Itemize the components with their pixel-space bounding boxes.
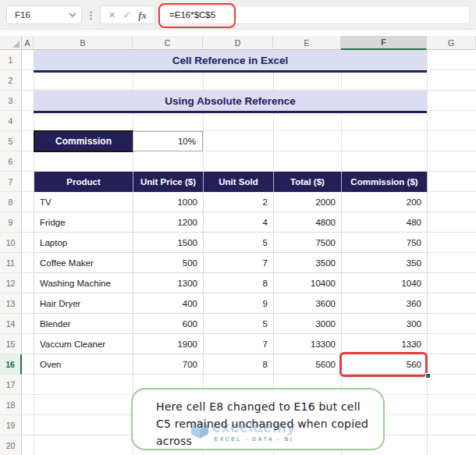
table-cell[interactable]: 4	[204, 212, 274, 233]
table-cell[interactable]: 10400	[274, 273, 342, 293]
formula-input[interactable]: =E16*$C$5	[158, 5, 470, 24]
table-cell[interactable]: 750	[342, 233, 428, 253]
table-header-cell[interactable]: Unit Price ($)	[133, 172, 204, 192]
row-header-18[interactable]: 18	[0, 395, 22, 415]
table-cell[interactable]: 1300	[133, 273, 204, 293]
table-cell[interactable]: 500	[133, 253, 204, 273]
table-header-cell[interactable]: Commission ($)	[342, 172, 428, 192]
table-cell[interactable]: 1500	[133, 233, 204, 253]
table-cell[interactable]: 5	[204, 233, 274, 253]
table-cell[interactable]: 1040	[342, 273, 428, 293]
table-cell-product[interactable]: Hair Dryer	[34, 293, 133, 314]
table-cell[interactable]: 350	[342, 253, 428, 273]
table-cell[interactable]: 360	[342, 293, 428, 314]
data-table: ProductUnit Price ($)Unit SoldTotal ($)C…	[34, 172, 427, 375]
table-header-cell[interactable]: Product	[34, 172, 133, 192]
table-cell[interactable]: 480	[342, 212, 428, 233]
table-cell[interactable]: 200	[342, 192, 428, 212]
table-cell-product[interactable]: Coffee Maker	[34, 253, 133, 273]
row-header-20[interactable]: 20	[0, 435, 22, 455]
table-cell-product[interactable]: TV	[34, 192, 133, 212]
row-header-3[interactable]: 3	[0, 91, 22, 111]
column-header-e[interactable]: E	[273, 36, 341, 50]
row-header-1[interactable]: 1	[0, 50, 22, 70]
row-header-12[interactable]: 12	[0, 273, 22, 293]
name-box[interactable]: F16	[6, 5, 82, 24]
row-header-9[interactable]: 9	[0, 212, 22, 233]
column-header-row: ABCDEFG	[22, 36, 476, 50]
row-header-14[interactable]: 14	[0, 314, 22, 334]
cell-commission-value[interactable]: 10%	[133, 131, 203, 151]
table-cell[interactable]: 3000	[274, 314, 342, 334]
table-cell[interactable]: 1000	[133, 192, 204, 212]
table-cell[interactable]: 7	[204, 253, 274, 273]
select-all-button[interactable]	[0, 36, 22, 50]
column-header-g[interactable]: G	[427, 36, 476, 50]
callout-note: exceldemy EXCEL - DATA - BI Here cell E8…	[131, 388, 385, 450]
row-header-7[interactable]: 7	[0, 172, 22, 192]
row-header-16[interactable]: 16	[0, 354, 22, 375]
table-cell[interactable]: 8	[204, 354, 274, 375]
table-cell[interactable]: 3500	[274, 253, 342, 273]
table-cell[interactable]: 600	[133, 314, 204, 334]
table-cell[interactable]: 1200	[133, 212, 204, 233]
row-header-6[interactable]: 6	[0, 151, 22, 172]
formula-bar-buttons: ✕ ✓ fx	[100, 5, 155, 24]
row-header-5[interactable]: 5	[0, 131, 22, 151]
table-cell[interactable]: 5	[204, 314, 274, 334]
column-header-d[interactable]: D	[203, 36, 273, 50]
cell-title-main[interactable]: Cell Reference in Excel	[34, 50, 427, 73]
table-cell-product[interactable]: Oven	[34, 354, 133, 375]
table-cell[interactable]: 7	[204, 334, 274, 354]
row-header-17[interactable]: 17	[0, 375, 22, 395]
column-header-b[interactable]: B	[34, 36, 133, 50]
table-cell[interactable]: 7500	[274, 233, 342, 253]
table-cell-product[interactable]: Vaccum Cleaner	[34, 334, 133, 354]
table-cell[interactable]: 13300	[274, 334, 342, 354]
name-box-value: F16	[15, 10, 69, 20]
insert-function-icon[interactable]: fx	[138, 10, 147, 20]
table-cell[interactable]: 300	[342, 314, 428, 334]
cell-title-section[interactable]: Using Absolute Reference	[34, 91, 427, 113]
formula-bar-separator-icon: ⋮	[86, 5, 96, 24]
row-header-8[interactable]: 8	[0, 192, 22, 212]
table-cell[interactable]: 1900	[133, 334, 204, 354]
table-cell[interactable]: 9	[204, 293, 274, 314]
row-header-19[interactable]: 19	[0, 415, 22, 435]
row-header-10[interactable]: 10	[0, 233, 22, 253]
column-header-a[interactable]: A	[22, 36, 34, 50]
table-cell[interactable]: 2000	[274, 192, 342, 212]
row-header-15[interactable]: 15	[0, 334, 22, 354]
row-header-2[interactable]: 2	[0, 70, 22, 91]
select-all-triangle-icon	[12, 41, 20, 48]
table-cell-product[interactable]: Blender	[34, 314, 133, 334]
fill-handle[interactable]	[425, 373, 431, 379]
column-header-f[interactable]: F	[341, 36, 427, 50]
row-header-13[interactable]: 13	[0, 293, 22, 314]
table-cell[interactable]: 4800	[274, 212, 342, 233]
table-cell-product[interactable]: Washing Machine	[34, 273, 133, 293]
row-header-11[interactable]: 11	[0, 253, 22, 273]
table-cell[interactable]: 400	[133, 293, 204, 314]
table-cell[interactable]: 700	[133, 354, 204, 375]
table-cell[interactable]: 8	[204, 273, 274, 293]
table-header-cell[interactable]: Total ($)	[274, 172, 342, 192]
enter-icon[interactable]: ✓	[123, 11, 130, 20]
table-header-cell[interactable]: Unit Sold	[204, 172, 274, 192]
callout-text-line: across	[156, 432, 374, 450]
table-cell-product[interactable]: Fridge	[34, 212, 133, 233]
table-cell[interactable]: 560	[342, 354, 428, 375]
formula-bar: F16 ⋮ ✕ ✓ fx =E16*$C$5	[0, 0, 476, 29]
table-cell[interactable]: 2	[204, 192, 274, 212]
cell-commission-label[interactable]: Commission	[34, 130, 133, 152]
table-cell[interactable]: 5600	[274, 354, 342, 375]
table-cell-product[interactable]: Laptop	[34, 233, 133, 253]
table-cell[interactable]: 1330	[342, 334, 428, 354]
row-header-4[interactable]: 4	[0, 111, 22, 131]
table-cell[interactable]: 3600	[274, 293, 342, 314]
chevron-down-icon[interactable]	[69, 12, 76, 17]
callout-text: Here cell E8 changed to E16 but cellC5 r…	[133, 389, 383, 450]
callout-text-line: Here cell E8 changed to E16 but cell	[156, 398, 374, 415]
column-header-c[interactable]: C	[133, 36, 203, 50]
cancel-icon[interactable]: ✕	[108, 11, 115, 20]
